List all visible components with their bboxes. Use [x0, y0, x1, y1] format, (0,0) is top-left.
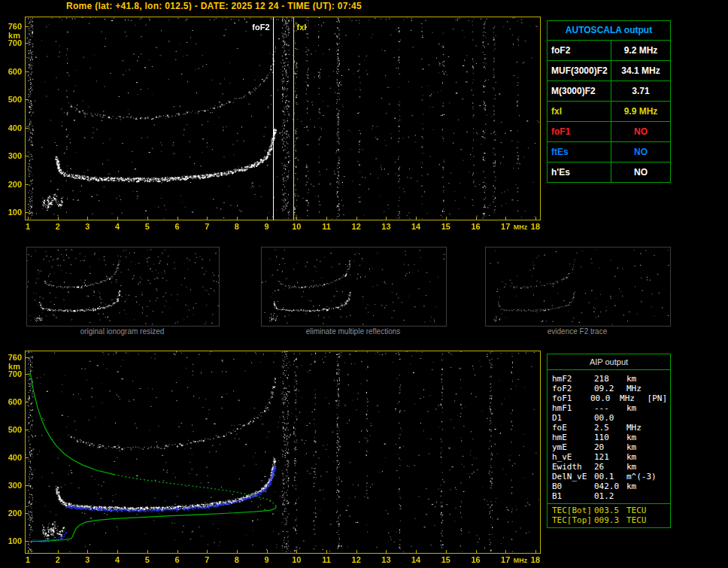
aip-row-tectop: TEC[Top]009.3TECU [548, 515, 670, 525]
param-label: hmE [548, 433, 594, 442]
aip-row-fof1: foF100.0MHz[PN] [548, 393, 670, 403]
aip-row-ewidth: Ewidth26km [548, 462, 670, 472]
param-value: 01.2 [594, 491, 626, 501]
param-label: hmF2 [548, 374, 594, 384]
param-unit: TECU [626, 515, 657, 525]
param-note [667, 433, 670, 442]
param-value: 34.1 MHz [611, 61, 670, 80]
autoscala-output-table: AUTOSCALA output foF29.2 MHz MUF(3000)F2… [547, 20, 671, 183]
param-value: 26 [594, 462, 626, 472]
param-label: foF1 [548, 393, 590, 403]
param-note [667, 481, 670, 491]
param-value: NO [611, 163, 670, 182]
param-note: [PN] [648, 393, 671, 403]
param-unit: km [626, 403, 657, 413]
aip-row-d1: D100.0 [548, 413, 670, 423]
param-value: --- [594, 403, 626, 413]
param-label: foF2 [548, 384, 594, 393]
param-label: ymE [548, 442, 594, 452]
thumbnail-eliminate-reflections [261, 247, 447, 327]
param-label: Ewidth [548, 462, 594, 472]
param-value: 2.5 [594, 423, 626, 433]
aip-output-table: AIP output hmF2218km foF209.2MHz foF100.… [547, 354, 671, 528]
param-unit: m^(-3) [626, 472, 657, 481]
param-label: h'Es [548, 163, 611, 182]
param-label: foF1 [548, 122, 611, 141]
param-label: fxI [548, 102, 611, 121]
param-value: 009.3 [594, 515, 626, 525]
param-note [667, 384, 670, 393]
param-note [667, 413, 670, 423]
param-label: B1 [548, 491, 594, 501]
top-ionogram-chart [0, 11, 543, 236]
thumbnail-caption: evidence F2 trace [485, 327, 669, 336]
aip-row-hme: hmE110km [548, 433, 670, 442]
aip-table-header: AIP output [548, 354, 670, 370]
param-value: 042.0 [594, 481, 626, 491]
param-label: TEC[Top] [548, 515, 594, 525]
param-value: NO [611, 142, 670, 162]
thumbnail-original-ionogram [26, 247, 220, 327]
param-unit: MHz [626, 384, 657, 393]
param-label: TEC[Bot] [548, 506, 594, 515]
table-row-fof2: foF29.2 MHz [548, 41, 670, 61]
param-unit: km [626, 462, 657, 472]
param-value: 9.9 MHz [611, 102, 670, 121]
aip-row-hmf1: hmF1---km [548, 403, 670, 413]
param-note [667, 491, 670, 501]
aip-row-yme: ymE20km [548, 442, 670, 452]
param-unit: km [626, 452, 657, 462]
table-row-fof1: foF1NO [548, 122, 670, 142]
table-row-hes: h'EsNO [548, 163, 670, 182]
param-unit: km [626, 374, 657, 384]
param-note [667, 423, 670, 433]
param-value: 121 [594, 452, 626, 462]
param-label: B0 [548, 481, 594, 491]
param-label: D1 [548, 413, 594, 423]
param-label: M(3000)F2 [548, 81, 611, 101]
param-label: ftEs [548, 142, 611, 162]
param-unit: km [626, 433, 657, 442]
table-row-muf3000f2: MUF(3000)F234.1 MHz [548, 61, 670, 81]
param-unit: TECU [626, 506, 657, 515]
param-label: DelN_vE [548, 472, 594, 481]
param-unit: MHz [626, 423, 657, 433]
param-label: foE [548, 423, 594, 433]
param-value: NO [611, 122, 670, 141]
aip-row-b0: B0042.0km [548, 481, 670, 491]
param-label: MUF(3000)F2 [548, 61, 611, 80]
aip-row-foe: foE2.5MHz [548, 423, 670, 433]
param-label: hmF1 [548, 403, 594, 413]
param-value: 00.0 [594, 413, 626, 423]
param-unit [626, 413, 657, 423]
aip-row-fof2: foF209.2MHz [548, 384, 670, 393]
table-row-fxi: fxI9.9 MHz [548, 102, 670, 122]
param-note [667, 515, 670, 525]
param-unit: km [626, 481, 657, 491]
param-unit: MHz [620, 393, 647, 403]
table-row-ftes: ftEsNO [548, 142, 670, 163]
param-note [667, 472, 670, 481]
aip-table-divider [548, 503, 670, 504]
param-label: foF2 [548, 41, 611, 60]
aip-row-hve: h_vE121km [548, 452, 670, 462]
aip-row-b1: B101.2 [548, 491, 670, 501]
param-note [667, 403, 670, 413]
param-unit [626, 491, 657, 501]
param-value: 09.2 [594, 384, 626, 393]
param-value: 20 [594, 442, 626, 452]
bottom-ionogram-chart [0, 345, 543, 568]
param-note [667, 506, 670, 515]
param-note [667, 452, 670, 462]
aip-table-rows: hmF2218km foF209.2MHz foF100.0MHz[PN] hm… [548, 370, 670, 527]
param-value: 003.5 [594, 506, 626, 515]
page-title: Rome (lat: +41.8, lon: 012.5) - DATE: 20… [66, 1, 362, 11]
param-label: h_vE [548, 452, 594, 462]
thumbnail-caption: original ionogram resized [26, 327, 218, 336]
param-value: 9.2 MHz [611, 41, 670, 60]
param-value: 00.1 [594, 472, 626, 481]
thumbnail-caption: eliminate multiple reflections [261, 327, 445, 336]
param-unit: km [626, 442, 657, 452]
param-note [667, 462, 670, 472]
autoscala-table-header: AUTOSCALA output [548, 21, 670, 41]
